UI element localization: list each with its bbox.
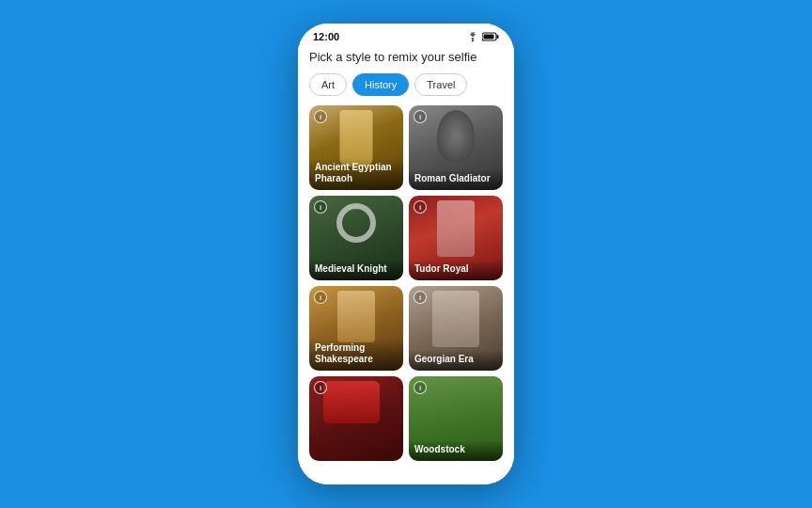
- info-icon-gladiator[interactable]: i: [414, 110, 427, 123]
- card-tudor[interactable]: i Tudor Royal: [409, 196, 503, 280]
- info-icon-last-1[interactable]: i: [314, 381, 327, 394]
- svg-rect-2: [497, 35, 499, 39]
- tab-travel[interactable]: Travel: [414, 73, 467, 96]
- card-last-row-1[interactable]: i: [309, 376, 403, 461]
- card-label-gladiator: Roman Gladiator: [409, 169, 503, 190]
- card-knight[interactable]: i Medieval Knight: [309, 196, 403, 280]
- card-shakespeare[interactable]: i Performing Shakespeare: [309, 286, 403, 371]
- card-gladiator[interactable]: i Roman Gladiator: [409, 105, 503, 190]
- card-pharaoh[interactable]: i Ancient Egyptian Pharaoh: [309, 105, 403, 190]
- status-bar: 12:00: [298, 24, 514, 46]
- battery-icon: [482, 32, 499, 41]
- card-label-woodstock: Woodstock: [409, 440, 503, 461]
- info-icon-shakespeare[interactable]: i: [314, 291, 327, 304]
- info-icon-georgian[interactable]: i: [414, 291, 427, 304]
- phone-content[interactable]: Pick a style to remix your selfie Art Hi…: [298, 46, 514, 484]
- wifi-icon: [466, 32, 479, 41]
- card-label-knight: Medieval Knight: [309, 260, 403, 280]
- info-icon-woodstock[interactable]: i: [414, 381, 427, 394]
- info-icon-tudor[interactable]: i: [414, 200, 427, 214]
- tabs-row: Art History Travel: [309, 73, 503, 96]
- page-title: Pick a style to remix your selfie: [309, 50, 503, 64]
- card-georgian[interactable]: i Georgian Era: [409, 286, 503, 371]
- tab-art[interactable]: Art: [309, 73, 347, 96]
- card-label-pharaoh: Ancient Egyptian Pharaoh: [309, 158, 403, 190]
- info-icon-pharaoh[interactable]: i: [314, 110, 327, 123]
- card-label-georgian: Georgian Era: [409, 350, 503, 371]
- info-icon-knight[interactable]: i: [314, 200, 327, 214]
- phone-frame: 12:00 Pick a style to remix your selfie …: [298, 24, 514, 484]
- status-time: 12:00: [313, 31, 339, 42]
- card-label-shakespeare: Performing Shakespeare: [309, 339, 403, 371]
- svg-rect-3: [484, 35, 494, 40]
- status-icons: [466, 32, 499, 41]
- card-woodstock[interactable]: i Woodstock: [409, 376, 503, 461]
- card-label-tudor: Tudor Royal: [409, 260, 503, 280]
- tab-history[interactable]: History: [352, 73, 409, 96]
- cards-grid: i Ancient Egyptian Pharaoh i Roman Gladi…: [309, 105, 503, 461]
- svg-point-0: [472, 40, 474, 42]
